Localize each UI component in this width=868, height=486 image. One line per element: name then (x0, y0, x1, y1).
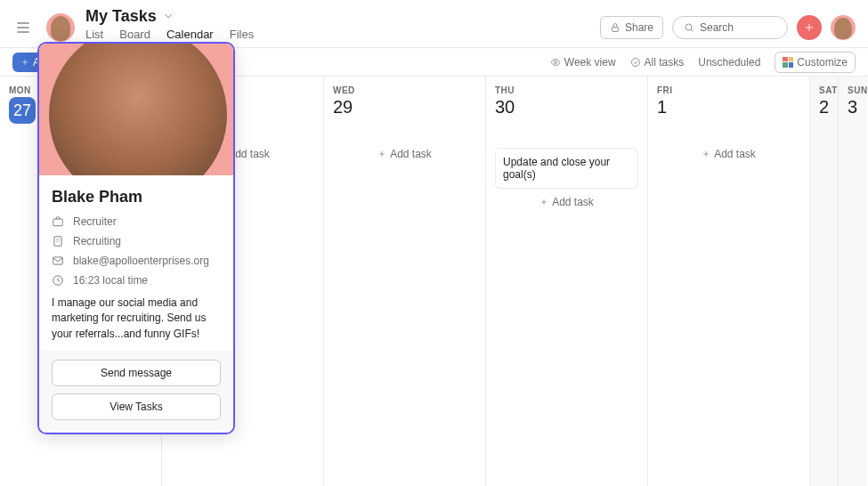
lock-icon (610, 22, 621, 33)
day-number: 29 (333, 97, 476, 117)
grid-icon (783, 57, 793, 68)
dow-label: FRI (657, 85, 800, 95)
page-title-dropdown[interactable]: My Tasks (85, 7, 254, 26)
svg-rect-28 (53, 257, 63, 264)
plus-icon (539, 198, 548, 207)
check-circle-icon (630, 57, 641, 68)
profile-time-row: 16:23 local time (52, 274, 221, 287)
page-title: My Tasks (85, 7, 157, 26)
svg-rect-22 (53, 219, 63, 226)
chevron-down-icon (162, 10, 174, 22)
task-card[interactable]: Update and close your goal(s) (495, 148, 638, 189)
svg-point-10 (554, 61, 556, 63)
profile-role: Recruiter (73, 215, 117, 228)
dow-label: SAT (819, 85, 829, 95)
user-avatar[interactable] (831, 15, 856, 40)
search-placeholder: Search (700, 21, 734, 34)
share-label: Share (625, 21, 653, 34)
unscheduled-label: Unscheduled (698, 56, 760, 69)
profile-local-time: 16:23 local time (73, 274, 148, 287)
svg-point-11 (631, 58, 639, 66)
menu-icon[interactable] (12, 17, 34, 38)
day-number: 30 (495, 97, 638, 117)
profile-department: Recruiting (73, 235, 121, 247)
dow-label: WED (333, 85, 476, 95)
today-badge: 27 (9, 97, 36, 124)
mail-icon (52, 255, 64, 267)
share-button[interactable]: Share (600, 16, 663, 39)
plus-icon (702, 150, 710, 158)
svg-line-5 (691, 29, 694, 32)
profile-photo (39, 44, 233, 175)
view-tasks-button[interactable]: View Tasks (52, 393, 221, 420)
day-column-thu: THU 30 Update and close your goal(s) Add… (486, 77, 648, 486)
day-number: 3 (848, 97, 858, 117)
search-input[interactable]: Search (672, 16, 788, 39)
customize-label: Customize (797, 56, 848, 69)
day-number: 1 (657, 97, 800, 117)
add-task-slot[interactable]: Add task (495, 196, 638, 208)
briefcase-icon (52, 215, 64, 228)
dow-label: SUN (848, 85, 858, 95)
topbar-right: Share Search (600, 15, 856, 40)
day-column-fri: FRI 1 Add task (648, 77, 810, 486)
filter-tasks[interactable]: All tasks (630, 56, 685, 69)
day-column-sun: SUN 3 (839, 77, 867, 486)
dow-label: THU (495, 85, 638, 95)
profile-name: Blake Pham (52, 188, 221, 207)
profile-bio: I manage our social media and marketing … (52, 296, 221, 342)
profile-actions: Send message View Tasks (39, 351, 233, 433)
svg-point-4 (685, 24, 692, 30)
profile-email: blake@apolloenterprises.org (73, 255, 209, 267)
week-view-label: Week view (564, 56, 616, 69)
clock-icon (52, 274, 64, 287)
building-icon (52, 235, 64, 247)
profile-email-row: blake@apolloenterprises.org (52, 255, 221, 267)
day-column-sat: SAT 2 (810, 77, 839, 486)
svg-rect-23 (54, 237, 61, 247)
day-number: 2 (819, 97, 829, 117)
customize-button[interactable]: Customize (775, 52, 856, 73)
day-column-wed: WED 29 Add task (324, 77, 486, 486)
eye-icon (550, 57, 561, 68)
add-task-slot[interactable]: Add task (333, 148, 476, 160)
search-icon (684, 22, 694, 33)
plus-icon (803, 21, 815, 34)
svg-rect-3 (612, 27, 618, 31)
topbar: My Tasks List Board Calendar Files Share… (0, 0, 868, 48)
plus-icon (20, 58, 29, 67)
filter-tasks-label: All tasks (645, 56, 685, 69)
create-button[interactable] (797, 15, 822, 40)
add-task-slot[interactable]: Add task (657, 148, 800, 160)
plus-icon (377, 150, 386, 158)
profile-role-row: Recruiter (52, 215, 221, 228)
toolbar-right: Week view All tasks Unscheduled Customiz… (550, 52, 856, 73)
send-message-button[interactable]: Send message (52, 360, 221, 386)
unscheduled-button[interactable]: Unscheduled (698, 56, 760, 69)
project-avatar[interactable] (46, 13, 75, 42)
week-view-toggle[interactable]: Week view (550, 56, 616, 69)
profile-popover: Blake Pham Recruiter Recruiting blake@ap… (37, 42, 235, 434)
profile-department-row: Recruiting (52, 235, 221, 247)
